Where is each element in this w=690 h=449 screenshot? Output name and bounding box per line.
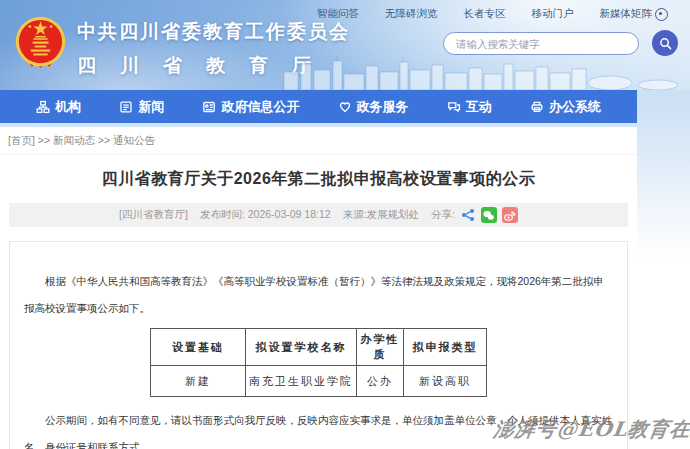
- share-toolbar: 分享:: [431, 207, 518, 223]
- table-row: 新建 南充卫生职业学院 公办 新设高职: [151, 366, 487, 397]
- table-header-row: 设置基础 拟设置学校名称 办学性质 拟申报类型: [151, 329, 487, 366]
- services-icon: [338, 100, 352, 114]
- nav-item-info-disclosure[interactable]: 政府信息公开: [202, 98, 299, 116]
- breadcrumb[interactable]: [首页] >> 新闻动态 >> 通知公告: [0, 127, 637, 155]
- page: 智能问答 无障碍浏览 长者专区 移动门户 新媒体矩阵 中共四川省委教育工作委员会: [0, 0, 690, 449]
- proposed-school-table: 设置基础 拟设置学校名称 办学性质 拟申报类型 新建 南充卫生职业学院 公办 新…: [150, 328, 487, 397]
- meta-publish-value: 2026-03-09 18:12: [248, 208, 331, 220]
- wechat-icon: [482, 209, 495, 222]
- city-skyline-art: [280, 56, 690, 90]
- link-new-media[interactable]: 新媒体矩阵: [600, 7, 669, 21]
- share-more-button[interactable]: [460, 207, 476, 223]
- article-paragraph-2: 公示期间，如有不同意见，请以书面形式向我厅反映，反映内容应实事求是，单位须加盖单…: [24, 407, 613, 449]
- share-weibo-button[interactable]: [502, 207, 518, 223]
- site-header: 智能问答 无障碍浏览 长者专区 移动门户 新媒体矩阵 中共四川省委教育工作委员会: [0, 0, 690, 90]
- search-button[interactable]: [652, 30, 678, 56]
- nav-label: 互动: [466, 98, 492, 116]
- meta-publish-time: 发布时间: 2026-03-09 18:12: [200, 208, 331, 222]
- table-header-cell: 拟设置学校名称: [246, 329, 357, 366]
- article-paragraph-1: 根据《中华人民共和国高等教育法》《高等职业学校设置标准（暂行）》等法律法规及政策…: [24, 268, 613, 322]
- share-wechat-button[interactable]: [481, 207, 497, 223]
- share-icon: [461, 208, 475, 222]
- link-mobile-portal[interactable]: 移动门户: [532, 7, 574, 21]
- meta-publish-label: 发布时间:: [200, 208, 245, 220]
- nav-label: 政府信息公开: [221, 98, 299, 116]
- table-header-cell: 拟申报类型: [404, 329, 487, 366]
- site-title-line1: 中共四川省委教育工作委员会: [77, 19, 350, 45]
- info-disclosure-icon: [202, 100, 216, 114]
- table-cell: 新建: [151, 366, 246, 397]
- content-area: [首页] >> 新闻动态 >> 通知公告 四川省教育厅关于2026年第二批拟申报…: [0, 127, 637, 449]
- main-navbar: 机构 新闻 政府信息公开 政务服务 互动: [0, 90, 637, 123]
- interact-icon: [447, 100, 461, 114]
- table-header-cell: 设置基础: [151, 329, 246, 366]
- org-icon: [36, 100, 50, 114]
- nav-label: 机构: [55, 98, 81, 116]
- office-icon: [530, 100, 544, 114]
- share-label: 分享:: [431, 208, 455, 222]
- link-senior-zone[interactable]: 长者专区: [464, 7, 506, 21]
- nav-label: 新闻: [138, 98, 164, 116]
- article-body-card: 根据《中华人民共和国高等教育法》《高等职业学校设置标准（暂行）》等法律法规及政策…: [9, 241, 628, 449]
- link-new-media-label: 新媒体矩阵: [600, 7, 653, 21]
- table-cell: 公办: [357, 366, 404, 397]
- nav-item-interact[interactable]: 互动: [447, 98, 492, 116]
- nav-label: 办公系统: [549, 98, 601, 116]
- weibo-icon: [503, 209, 516, 222]
- search-input[interactable]: [443, 32, 639, 55]
- national-emblem-logo: [14, 15, 67, 77]
- table-cell: 新设高职: [404, 366, 487, 397]
- nav-label: 政务服务: [357, 98, 409, 116]
- nav-item-office-system[interactable]: 办公系统: [530, 98, 601, 116]
- new-media-icon: [655, 8, 668, 21]
- news-icon: [119, 100, 133, 114]
- table-header-cell: 办学性质: [357, 329, 404, 366]
- nav-item-services[interactable]: 政务服务: [338, 98, 409, 116]
- article-meta-bar: [四川省教育厅] 发布时间: 2026-03-09 18:12 来源:发展规划处…: [9, 203, 628, 227]
- table-cell: 南充卫生职业学院: [246, 366, 357, 397]
- link-accessibility[interactable]: 无障碍浏览: [385, 7, 438, 21]
- meta-source-tag: [四川省教育厅]: [119, 208, 188, 222]
- search-icon: [659, 37, 672, 50]
- nav-item-news[interactable]: 新闻: [119, 98, 164, 116]
- nav-item-orgs[interactable]: 机构: [36, 98, 81, 116]
- page-title: 四川省教育厅关于2026年第二批拟申报高校设置事项的公示: [0, 169, 637, 190]
- meta-origin: 来源:发展规划处: [343, 208, 419, 222]
- utility-links: 智能问答 无障碍浏览 长者专区 移动门户 新媒体矩阵: [317, 7, 668, 21]
